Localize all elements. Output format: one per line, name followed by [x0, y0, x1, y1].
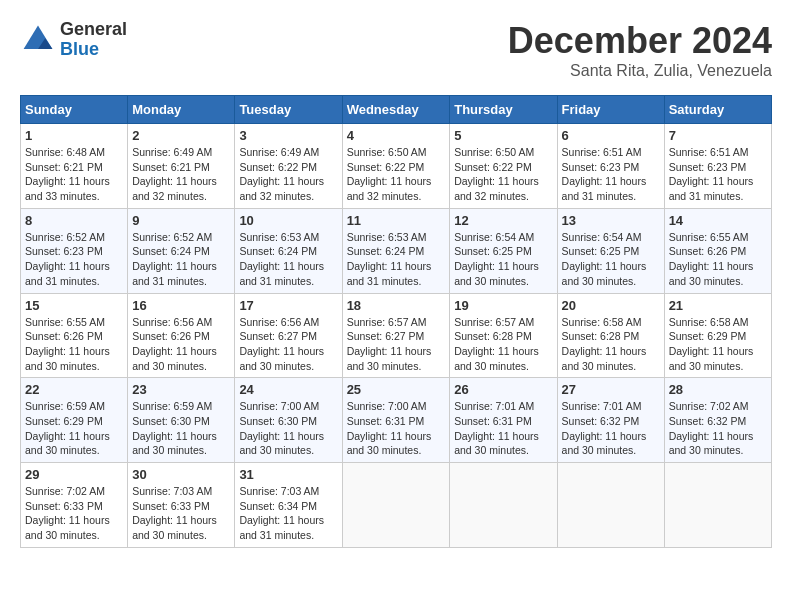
day-number: 25	[347, 382, 446, 397]
day-info: Sunrise: 6:52 AMSunset: 6:23 PMDaylight:…	[25, 230, 123, 289]
calendar-cell	[450, 463, 557, 548]
day-number: 21	[669, 298, 767, 313]
day-info: Sunrise: 6:49 AMSunset: 6:22 PMDaylight:…	[239, 145, 337, 204]
day-number: 31	[239, 467, 337, 482]
day-info: Sunrise: 6:56 AMSunset: 6:27 PMDaylight:…	[239, 315, 337, 374]
day-number: 19	[454, 298, 552, 313]
day-number: 7	[669, 128, 767, 143]
day-number: 3	[239, 128, 337, 143]
day-info: Sunrise: 6:52 AMSunset: 6:24 PMDaylight:…	[132, 230, 230, 289]
day-info: Sunrise: 6:50 AMSunset: 6:22 PMDaylight:…	[454, 145, 552, 204]
day-number: 18	[347, 298, 446, 313]
calendar-cell: 9Sunrise: 6:52 AMSunset: 6:24 PMDaylight…	[128, 208, 235, 293]
calendar-cell: 29Sunrise: 7:02 AMSunset: 6:33 PMDayligh…	[21, 463, 128, 548]
day-info: Sunrise: 6:57 AMSunset: 6:28 PMDaylight:…	[454, 315, 552, 374]
day-number: 30	[132, 467, 230, 482]
calendar-cell: 10Sunrise: 6:53 AMSunset: 6:24 PMDayligh…	[235, 208, 342, 293]
calendar-cell: 24Sunrise: 7:00 AMSunset: 6:30 PMDayligh…	[235, 378, 342, 463]
calendar-week-row: 15Sunrise: 6:55 AMSunset: 6:26 PMDayligh…	[21, 293, 772, 378]
calendar-cell: 25Sunrise: 7:00 AMSunset: 6:31 PMDayligh…	[342, 378, 450, 463]
weekday-header: Sunday	[21, 96, 128, 124]
day-number: 15	[25, 298, 123, 313]
day-number: 16	[132, 298, 230, 313]
calendar-cell: 23Sunrise: 6:59 AMSunset: 6:30 PMDayligh…	[128, 378, 235, 463]
calendar-cell: 21Sunrise: 6:58 AMSunset: 6:29 PMDayligh…	[664, 293, 771, 378]
day-info: Sunrise: 6:51 AMSunset: 6:23 PMDaylight:…	[562, 145, 660, 204]
day-info: Sunrise: 6:53 AMSunset: 6:24 PMDaylight:…	[239, 230, 337, 289]
day-info: Sunrise: 7:00 AMSunset: 6:31 PMDaylight:…	[347, 399, 446, 458]
logo: General Blue	[20, 20, 127, 60]
calendar-cell: 13Sunrise: 6:54 AMSunset: 6:25 PMDayligh…	[557, 208, 664, 293]
day-info: Sunrise: 6:49 AMSunset: 6:21 PMDaylight:…	[132, 145, 230, 204]
location: Santa Rita, Zulia, Venezuela	[508, 62, 772, 80]
day-info: Sunrise: 7:01 AMSunset: 6:32 PMDaylight:…	[562, 399, 660, 458]
calendar-week-row: 1Sunrise: 6:48 AMSunset: 6:21 PMDaylight…	[21, 124, 772, 209]
calendar-cell: 12Sunrise: 6:54 AMSunset: 6:25 PMDayligh…	[450, 208, 557, 293]
day-number: 5	[454, 128, 552, 143]
calendar-cell: 3Sunrise: 6:49 AMSunset: 6:22 PMDaylight…	[235, 124, 342, 209]
day-number: 4	[347, 128, 446, 143]
day-number: 24	[239, 382, 337, 397]
day-info: Sunrise: 6:54 AMSunset: 6:25 PMDaylight:…	[562, 230, 660, 289]
day-info: Sunrise: 6:55 AMSunset: 6:26 PMDaylight:…	[669, 230, 767, 289]
weekday-header: Saturday	[664, 96, 771, 124]
calendar-cell: 8Sunrise: 6:52 AMSunset: 6:23 PMDaylight…	[21, 208, 128, 293]
day-info: Sunrise: 6:57 AMSunset: 6:27 PMDaylight:…	[347, 315, 446, 374]
calendar-cell: 1Sunrise: 6:48 AMSunset: 6:21 PMDaylight…	[21, 124, 128, 209]
calendar-cell: 5Sunrise: 6:50 AMSunset: 6:22 PMDaylight…	[450, 124, 557, 209]
day-info: Sunrise: 6:50 AMSunset: 6:22 PMDaylight:…	[347, 145, 446, 204]
day-info: Sunrise: 6:51 AMSunset: 6:23 PMDaylight:…	[669, 145, 767, 204]
logo-blue: Blue	[60, 40, 127, 60]
day-info: Sunrise: 6:56 AMSunset: 6:26 PMDaylight:…	[132, 315, 230, 374]
month-title: December 2024	[508, 20, 772, 62]
calendar-cell	[557, 463, 664, 548]
day-number: 2	[132, 128, 230, 143]
calendar-week-row: 22Sunrise: 6:59 AMSunset: 6:29 PMDayligh…	[21, 378, 772, 463]
calendar-cell: 14Sunrise: 6:55 AMSunset: 6:26 PMDayligh…	[664, 208, 771, 293]
calendar-cell: 31Sunrise: 7:03 AMSunset: 6:34 PMDayligh…	[235, 463, 342, 548]
day-info: Sunrise: 6:48 AMSunset: 6:21 PMDaylight:…	[25, 145, 123, 204]
calendar-week-row: 8Sunrise: 6:52 AMSunset: 6:23 PMDaylight…	[21, 208, 772, 293]
calendar-cell	[342, 463, 450, 548]
calendar-cell: 4Sunrise: 6:50 AMSunset: 6:22 PMDaylight…	[342, 124, 450, 209]
calendar-week-row: 29Sunrise: 7:02 AMSunset: 6:33 PMDayligh…	[21, 463, 772, 548]
day-info: Sunrise: 7:03 AMSunset: 6:34 PMDaylight:…	[239, 484, 337, 543]
day-info: Sunrise: 7:03 AMSunset: 6:33 PMDaylight:…	[132, 484, 230, 543]
day-number: 14	[669, 213, 767, 228]
day-number: 17	[239, 298, 337, 313]
weekday-header: Friday	[557, 96, 664, 124]
weekday-header-row: SundayMondayTuesdayWednesdayThursdayFrid…	[21, 96, 772, 124]
calendar-cell: 15Sunrise: 6:55 AMSunset: 6:26 PMDayligh…	[21, 293, 128, 378]
day-number: 26	[454, 382, 552, 397]
day-number: 27	[562, 382, 660, 397]
day-number: 28	[669, 382, 767, 397]
calendar-cell: 17Sunrise: 6:56 AMSunset: 6:27 PMDayligh…	[235, 293, 342, 378]
day-info: Sunrise: 7:02 AMSunset: 6:32 PMDaylight:…	[669, 399, 767, 458]
calendar-cell	[664, 463, 771, 548]
page-header: General Blue December 2024 Santa Rita, Z…	[20, 20, 772, 80]
calendar-cell: 27Sunrise: 7:01 AMSunset: 6:32 PMDayligh…	[557, 378, 664, 463]
day-number: 6	[562, 128, 660, 143]
day-info: Sunrise: 6:59 AMSunset: 6:29 PMDaylight:…	[25, 399, 123, 458]
day-number: 13	[562, 213, 660, 228]
day-number: 29	[25, 467, 123, 482]
title-area: December 2024 Santa Rita, Zulia, Venezue…	[508, 20, 772, 80]
calendar-cell: 30Sunrise: 7:03 AMSunset: 6:33 PMDayligh…	[128, 463, 235, 548]
calendar-cell: 11Sunrise: 6:53 AMSunset: 6:24 PMDayligh…	[342, 208, 450, 293]
calendar-cell: 26Sunrise: 7:01 AMSunset: 6:31 PMDayligh…	[450, 378, 557, 463]
calendar-cell: 18Sunrise: 6:57 AMSunset: 6:27 PMDayligh…	[342, 293, 450, 378]
day-info: Sunrise: 6:55 AMSunset: 6:26 PMDaylight:…	[25, 315, 123, 374]
weekday-header: Tuesday	[235, 96, 342, 124]
logo-icon	[20, 22, 56, 58]
day-number: 9	[132, 213, 230, 228]
weekday-header: Wednesday	[342, 96, 450, 124]
calendar-cell: 6Sunrise: 6:51 AMSunset: 6:23 PMDaylight…	[557, 124, 664, 209]
day-info: Sunrise: 7:02 AMSunset: 6:33 PMDaylight:…	[25, 484, 123, 543]
calendar-cell: 16Sunrise: 6:56 AMSunset: 6:26 PMDayligh…	[128, 293, 235, 378]
calendar-cell: 28Sunrise: 7:02 AMSunset: 6:32 PMDayligh…	[664, 378, 771, 463]
weekday-header: Thursday	[450, 96, 557, 124]
day-number: 8	[25, 213, 123, 228]
day-info: Sunrise: 6:54 AMSunset: 6:25 PMDaylight:…	[454, 230, 552, 289]
logo-general: General	[60, 20, 127, 40]
day-info: Sunrise: 6:59 AMSunset: 6:30 PMDaylight:…	[132, 399, 230, 458]
